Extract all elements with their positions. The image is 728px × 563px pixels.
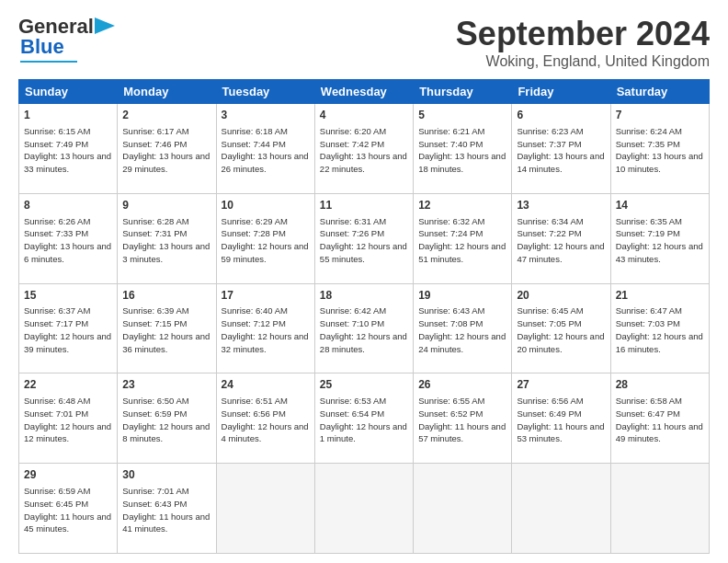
col-header-saturday: Saturday	[610, 80, 709, 104]
day-number: 26	[418, 377, 506, 393]
day-number: 9	[122, 198, 210, 213]
title-block: September 2024 Woking, England, United K…	[456, 15, 710, 70]
day-info: Sunrise: 6:29 AMSunset: 7:28 PMDaylight:…	[222, 215, 310, 266]
day-info: Sunrise: 6:23 AMSunset: 7:37 PMDaylight:…	[517, 125, 605, 176]
day-info: Sunrise: 6:34 AMSunset: 7:22 PMDaylight:…	[517, 215, 605, 266]
calendar-cell	[414, 464, 512, 554]
svg-marker-0	[95, 17, 115, 34]
calendar-cell: 17Sunrise: 6:40 AMSunset: 7:12 PMDayligh…	[216, 283, 314, 373]
col-header-sunday: Sunday	[19, 80, 118, 104]
calendar-table: SundayMondayTuesdayWednesdayThursdayFrid…	[18, 79, 710, 554]
day-number: 5	[418, 108, 506, 123]
day-info: Sunrise: 7:01 AMSunset: 6:43 PMDaylight:…	[122, 485, 210, 535]
calendar-cell: 2Sunrise: 6:17 AMSunset: 7:46 PMDaylight…	[118, 104, 216, 194]
day-number: 8	[24, 198, 112, 213]
day-info: Sunrise: 6:58 AMSunset: 6:47 PMDaylight:…	[616, 395, 704, 445]
day-info: Sunrise: 6:47 AMSunset: 7:03 PMDaylight:…	[616, 304, 704, 355]
day-number: 21	[616, 288, 704, 304]
day-number: 24	[222, 377, 310, 393]
calendar-cell: 26Sunrise: 6:55 AMSunset: 6:52 PMDayligh…	[414, 373, 512, 464]
col-header-thursday: Thursday	[414, 80, 512, 104]
calendar-cell: 19Sunrise: 6:43 AMSunset: 7:08 PMDayligh…	[414, 283, 512, 373]
day-number: 18	[320, 288, 408, 304]
day-number: 23	[122, 377, 210, 393]
calendar-cell: 11Sunrise: 6:31 AMSunset: 7:26 PMDayligh…	[314, 193, 413, 283]
calendar-cell: 28Sunrise: 6:58 AMSunset: 6:47 PMDayligh…	[610, 373, 709, 464]
day-info: Sunrise: 6:17 AMSunset: 7:46 PMDaylight:…	[122, 125, 210, 176]
day-info: Sunrise: 6:32 AMSunset: 7:24 PMDaylight:…	[418, 215, 506, 266]
calendar-cell: 6Sunrise: 6:23 AMSunset: 7:37 PMDaylight…	[512, 104, 610, 194]
calendar-cell	[216, 464, 314, 554]
logo-blue-text: Blue	[20, 35, 64, 59]
day-number: 10	[222, 198, 310, 213]
day-number: 25	[320, 377, 408, 393]
calendar-cell: 4Sunrise: 6:20 AMSunset: 7:42 PMDaylight…	[314, 104, 413, 194]
col-header-monday: Monday	[118, 80, 216, 104]
calendar-cell: 24Sunrise: 6:51 AMSunset: 6:56 PMDayligh…	[216, 373, 314, 464]
day-number: 4	[320, 108, 408, 123]
calendar-cell: 7Sunrise: 6:24 AMSunset: 7:35 PMDaylight…	[610, 104, 709, 194]
calendar-cell: 3Sunrise: 6:18 AMSunset: 7:44 PMDaylight…	[216, 104, 314, 194]
calendar-cell: 23Sunrise: 6:50 AMSunset: 6:59 PMDayligh…	[118, 373, 216, 464]
day-number: 11	[320, 198, 408, 213]
calendar-cell: 27Sunrise: 6:56 AMSunset: 6:49 PMDayligh…	[512, 373, 610, 464]
calendar-cell: 30Sunrise: 7:01 AMSunset: 6:43 PMDayligh…	[118, 464, 216, 554]
day-info: Sunrise: 6:24 AMSunset: 7:35 PMDaylight:…	[616, 125, 704, 176]
location: Woking, England, United Kingdom	[456, 53, 710, 70]
day-info: Sunrise: 6:28 AMSunset: 7:31 PMDaylight:…	[122, 215, 210, 266]
logo: General Blue	[18, 15, 115, 63]
calendar-cell: 5Sunrise: 6:21 AMSunset: 7:40 PMDaylight…	[414, 104, 512, 194]
col-header-tuesday: Tuesday	[216, 80, 314, 104]
calendar-cell: 18Sunrise: 6:42 AMSunset: 7:10 PMDayligh…	[314, 283, 413, 373]
calendar-cell: 13Sunrise: 6:34 AMSunset: 7:22 PMDayligh…	[512, 193, 610, 283]
day-info: Sunrise: 6:48 AMSunset: 7:01 PMDaylight:…	[24, 395, 112, 445]
day-number: 1	[24, 108, 112, 123]
day-info: Sunrise: 6:31 AMSunset: 7:26 PMDaylight:…	[320, 215, 408, 266]
day-info: Sunrise: 6:42 AMSunset: 7:10 PMDaylight:…	[320, 304, 408, 355]
day-number: 22	[24, 377, 112, 393]
day-number: 16	[122, 288, 210, 304]
day-info: Sunrise: 6:21 AMSunset: 7:40 PMDaylight:…	[418, 125, 506, 176]
logo-underline	[20, 61, 77, 63]
calendar-cell: 22Sunrise: 6:48 AMSunset: 7:01 PMDayligh…	[19, 373, 118, 464]
calendar-cell: 9Sunrise: 6:28 AMSunset: 7:31 PMDaylight…	[118, 193, 216, 283]
calendar-cell	[314, 464, 413, 554]
day-number: 20	[517, 288, 605, 304]
calendar-cell	[512, 464, 610, 554]
day-number: 30	[122, 467, 210, 483]
month-title: September 2024	[456, 15, 710, 53]
day-number: 15	[24, 288, 112, 304]
day-info: Sunrise: 6:56 AMSunset: 6:49 PMDaylight:…	[517, 395, 605, 445]
day-number: 2	[122, 108, 210, 123]
day-info: Sunrise: 6:39 AMSunset: 7:15 PMDaylight:…	[122, 304, 210, 355]
day-info: Sunrise: 6:18 AMSunset: 7:44 PMDaylight:…	[222, 125, 310, 176]
calendar-cell: 10Sunrise: 6:29 AMSunset: 7:28 PMDayligh…	[216, 193, 314, 283]
day-info: Sunrise: 6:51 AMSunset: 6:56 PMDaylight:…	[222, 395, 310, 445]
day-info: Sunrise: 6:35 AMSunset: 7:19 PMDaylight:…	[616, 215, 704, 266]
day-info: Sunrise: 6:55 AMSunset: 6:52 PMDaylight:…	[418, 395, 506, 445]
day-info: Sunrise: 6:43 AMSunset: 7:08 PMDaylight:…	[418, 304, 506, 355]
day-info: Sunrise: 6:40 AMSunset: 7:12 PMDaylight:…	[222, 304, 310, 355]
day-info: Sunrise: 6:26 AMSunset: 7:33 PMDaylight:…	[24, 215, 112, 266]
logo-arrow-icon	[95, 17, 115, 34]
page-header: General Blue September 2024 Woking, Engl…	[18, 15, 710, 70]
calendar-cell: 12Sunrise: 6:32 AMSunset: 7:24 PMDayligh…	[414, 193, 512, 283]
calendar-cell: 16Sunrise: 6:39 AMSunset: 7:15 PMDayligh…	[118, 283, 216, 373]
day-number: 13	[517, 198, 605, 213]
day-number: 14	[616, 198, 704, 213]
day-info: Sunrise: 6:37 AMSunset: 7:17 PMDaylight:…	[24, 304, 112, 355]
day-number: 12	[418, 198, 506, 213]
calendar-cell	[610, 464, 709, 554]
day-number: 28	[616, 377, 704, 393]
day-number: 27	[517, 377, 605, 393]
calendar-cell: 29Sunrise: 6:59 AMSunset: 6:45 PMDayligh…	[19, 464, 118, 554]
calendar-cell: 1Sunrise: 6:15 AMSunset: 7:49 PMDaylight…	[19, 104, 118, 194]
calendar-cell: 21Sunrise: 6:47 AMSunset: 7:03 PMDayligh…	[610, 283, 709, 373]
day-number: 6	[517, 108, 605, 123]
calendar-cell: 14Sunrise: 6:35 AMSunset: 7:19 PMDayligh…	[610, 193, 709, 283]
day-number: 3	[222, 108, 310, 123]
calendar-cell: 15Sunrise: 6:37 AMSunset: 7:17 PMDayligh…	[19, 283, 118, 373]
day-number: 17	[222, 288, 310, 304]
calendar-cell: 25Sunrise: 6:53 AMSunset: 6:54 PMDayligh…	[314, 373, 413, 464]
day-info: Sunrise: 6:15 AMSunset: 7:49 PMDaylight:…	[24, 125, 112, 176]
